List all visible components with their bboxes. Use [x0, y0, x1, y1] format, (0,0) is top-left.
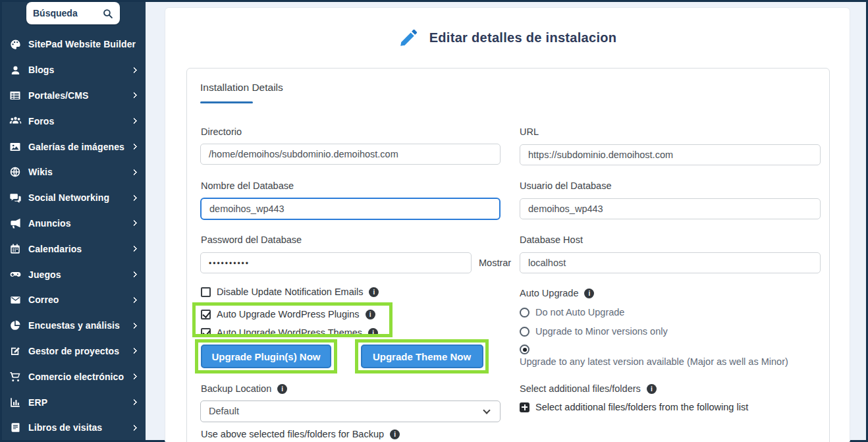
auto-upgrade-themes-checkbox[interactable]	[201, 328, 211, 338]
chevron-right-icon	[131, 296, 138, 303]
directory-input[interactable]: /home/demoihos/subdominio.demoihost.com	[200, 144, 501, 165]
disable-emails-checkbox[interactable]	[201, 287, 211, 297]
backup-location-select[interactable]: Default	[200, 401, 501, 422]
sidebar-item-encuestas[interactable]: Encuestas y análisis	[2, 313, 146, 339]
auto-upgrade-plugins-checkbox[interactable]	[201, 310, 211, 319]
sidebar-item-label: Foros	[28, 116, 126, 126]
search-icon[interactable]	[102, 8, 113, 19]
search-input[interactable]	[33, 8, 98, 18]
sidebar-item-label: ERP	[28, 397, 126, 408]
info-icon[interactable]	[647, 384, 657, 394]
pie-chart-icon	[8, 319, 22, 332]
show-password-toggle[interactable]: Mostrar	[479, 258, 511, 268]
gamepad-icon	[8, 268, 22, 281]
sidebar-item-label: Correo	[28, 294, 126, 305]
sidebar-item-sitepad[interactable]: SitePad Website Builder	[2, 32, 146, 57]
auto-upgrade-themes-label: Auto Upgrade WordPress Themes	[217, 327, 362, 337]
globe-icon	[8, 165, 22, 179]
backup-location-row: Backup Location	[201, 383, 287, 394]
chevron-right-icon	[131, 118, 138, 124]
sidebar-item-galerias[interactable]: Galerías de imágenes	[2, 134, 146, 159]
auto-upgrade-plugins-label: Auto Upgrade WordPress Plugins	[217, 309, 360, 319]
upgrade-plugins-button[interactable]: Upgrade Plugin(s) Now	[201, 345, 331, 368]
chevron-right-icon	[131, 348, 138, 354]
chevron-right-icon	[131, 220, 138, 227]
sidebar-item-correo[interactable]: Correo	[2, 287, 146, 313]
sidebar-item-label: Libros de visitas	[28, 422, 126, 433]
plus-icon[interactable]	[520, 402, 529, 412]
auto-upgrade-plugins-row: Auto Upgrade WordPress Plugins	[201, 309, 375, 319]
radio-row-minor-only: Upgrade to Minor versions only	[520, 326, 668, 337]
installation-details-panel: Installation Details Directorio /home/de…	[186, 68, 830, 442]
sidebar-item-label: Galerías de imágenes	[28, 142, 126, 152]
db-user-input[interactable]: demoihos_wp443	[520, 198, 821, 219]
sidebar-item-foros[interactable]: Foros	[2, 108, 146, 134]
directory-label: Directorio	[201, 126, 242, 137]
additional-files-link-row[interactable]: Select additional files/folders from the…	[520, 402, 748, 412]
upgrade-minor-only-radio[interactable]	[520, 327, 529, 337]
radio-row-any-latest	[520, 345, 529, 354]
upgrade-plugins-highlight-box: Upgrade Plugin(s) Now	[195, 339, 337, 373]
do-not-auto-upgrade-label: Do not Auto Upgrade	[535, 307, 624, 318]
sidebar-item-juegos[interactable]: Juegos	[2, 262, 146, 287]
chevron-right-icon	[131, 246, 138, 252]
chevron-right-icon	[131, 399, 138, 406]
chevron-right-icon	[131, 144, 138, 150]
backup-location-selected-value: Default	[209, 406, 239, 416]
backup-note-row: Use above selected files/folders for Bac…	[201, 429, 400, 439]
chevron-right-icon	[131, 424, 138, 431]
sidebar-item-blogs[interactable]: Blogs	[2, 57, 146, 83]
sidebar-item-libros-visitas[interactable]: Libros de visitas	[2, 415, 146, 441]
db-password-input[interactable]: ••••••••••	[200, 252, 472, 273]
do-not-auto-upgrade-radio[interactable]	[520, 308, 529, 318]
page-title: Editar detalles de instalacion	[429, 30, 617, 45]
auto-upgrade-header-row: Auto Upgrade	[520, 288, 594, 298]
additional-files-label: Select additional files/folders	[520, 383, 641, 394]
info-icon[interactable]	[584, 289, 594, 298]
info-icon[interactable]	[368, 328, 378, 338]
db-name-label: Nombre del Database	[201, 180, 294, 191]
envelope-icon	[8, 293, 22, 306]
sidebar-item-portales-cms[interactable]: Portales/CMS	[2, 83, 146, 109]
sidebar-item-label: SitePad Website Builder	[28, 39, 136, 49]
url-label: URL	[520, 126, 539, 137]
bar-chart-icon	[8, 396, 22, 409]
chevron-right-icon	[131, 194, 138, 201]
sidebar-item-anuncios[interactable]: Anuncios	[2, 211, 146, 236]
tab-installation-details[interactable]: Installation Details	[200, 82, 283, 94]
additional-files-link[interactable]: Select additional files/folders from the…	[535, 402, 748, 412]
db-user-label: Usuario del Database	[520, 180, 611, 191]
tab-active-underline	[200, 101, 253, 103]
sidebar-item-wikis[interactable]: Wikis	[2, 159, 146, 185]
sidebar-search	[26, 2, 120, 24]
info-icon[interactable]	[390, 429, 400, 439]
info-icon[interactable]	[366, 310, 375, 319]
upgrade-any-latest-radio[interactable]	[520, 345, 529, 354]
chat-icon	[8, 191, 22, 204]
sidebar-item-label: Encuestas y análisis	[28, 320, 126, 331]
sidebar-item-gestor-proyectos[interactable]: Gestor de proyectos	[2, 339, 146, 364]
sidebar-item-label: Wikis	[28, 167, 126, 177]
megaphone-icon	[8, 217, 22, 230]
additional-files-header-row: Select additional files/folders	[520, 383, 657, 394]
disable-emails-label: Disable Update Notification Emails	[217, 287, 363, 297]
users-icon	[8, 115, 22, 128]
app-window: SitePad Website Builder Blogs Portales/C…	[0, 0, 868, 442]
info-icon[interactable]	[277, 384, 287, 394]
upgrade-theme-button[interactable]: Upgrade Theme Now	[361, 345, 483, 368]
sidebar-item-comercio[interactable]: Comercio electrónico	[2, 364, 146, 389]
auto-upgrade-label: Auto Upgrade	[520, 288, 578, 298]
info-icon[interactable]	[369, 287, 379, 297]
url-input[interactable]: https://subdominio.demoihost.com	[520, 144, 821, 165]
edit-icon	[8, 345, 22, 358]
sidebar-menu: SitePad Website Builder Blogs Portales/C…	[2, 32, 146, 441]
sidebar-item-erp[interactable]: ERP	[2, 389, 146, 415]
sidebar-item-label: Social Networking	[28, 192, 126, 203]
db-host-input[interactable]: localhost	[520, 252, 821, 273]
pencil-icon	[398, 27, 420, 48]
db-name-input[interactable]: demoihos_wp443	[200, 198, 501, 220]
sidebar-item-calendarios[interactable]: Calendarios	[2, 236, 146, 262]
sidebar-item-social-networking[interactable]: Social Networking	[2, 185, 146, 211]
list-icon	[8, 89, 22, 102]
chevron-right-icon	[131, 322, 138, 329]
